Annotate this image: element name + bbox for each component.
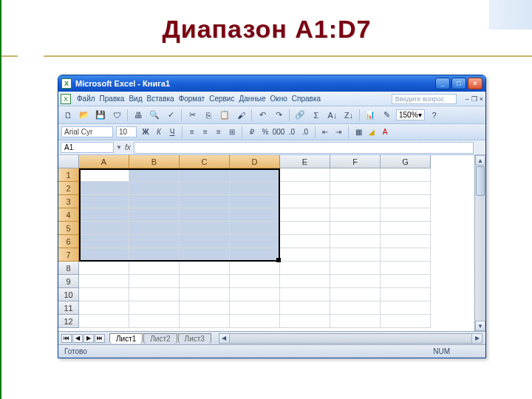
menu-tools[interactable]: Сервис xyxy=(209,95,234,103)
cell-E4[interactable] xyxy=(280,208,330,222)
menu-data[interactable]: Данные xyxy=(239,95,265,103)
menu-view[interactable]: Вид xyxy=(129,95,142,103)
row-header-1[interactable]: 1 xyxy=(58,168,79,182)
cell-E5[interactable] xyxy=(280,222,330,235)
cell-F8[interactable] xyxy=(330,262,381,275)
cell-E10[interactable] xyxy=(280,288,330,301)
cell-A8[interactable] xyxy=(79,262,129,275)
zoom-select[interactable]: 150% ▾ xyxy=(396,109,425,120)
formula-input[interactable] xyxy=(134,142,474,154)
col-header-A[interactable]: A xyxy=(79,155,129,168)
cell-B11[interactable] xyxy=(129,301,180,315)
sort-asc-icon[interactable]: A↓ xyxy=(326,109,339,122)
paste-icon[interactable]: 📋 xyxy=(218,109,231,122)
font-color-icon[interactable]: A xyxy=(379,126,391,138)
horizontal-scrollbar[interactable]: ◀ ▶ xyxy=(219,333,482,344)
drawing-icon[interactable]: ✎ xyxy=(380,109,393,122)
cell-D9[interactable] xyxy=(230,275,280,288)
col-header-B[interactable]: B xyxy=(129,155,180,168)
cell-G10[interactable] xyxy=(381,288,431,301)
cell-F4[interactable] xyxy=(330,208,381,222)
cell-F5[interactable] xyxy=(330,222,381,235)
scroll-down-icon[interactable]: ▼ xyxy=(475,321,485,331)
cell-A11[interactable] xyxy=(79,301,129,315)
cell-C7[interactable] xyxy=(180,248,230,262)
close-button[interactable]: × xyxy=(468,78,482,89)
cell-F6[interactable] xyxy=(330,235,381,248)
doc-close[interactable]: × xyxy=(480,95,483,103)
cell-A9[interactable] xyxy=(79,275,129,288)
tab-prev-icon[interactable]: ◀ xyxy=(72,334,83,343)
cell-E12[interactable] xyxy=(280,315,330,328)
cell-F7[interactable] xyxy=(330,248,381,262)
help-icon[interactable]: ? xyxy=(428,109,441,122)
cell-G12[interactable] xyxy=(381,315,431,328)
align-center-icon[interactable]: ≡ xyxy=(200,126,211,138)
cell-A7[interactable] xyxy=(79,248,129,262)
row-header-7[interactable]: 7 xyxy=(58,248,79,262)
percent-icon[interactable]: % xyxy=(259,126,271,138)
cell-C3[interactable] xyxy=(180,195,230,208)
spell-icon[interactable]: ✓ xyxy=(164,109,177,122)
cell-F9[interactable] xyxy=(330,275,381,288)
sheet-tab-2[interactable]: Лист2 xyxy=(143,333,177,344)
cell-G5[interactable] xyxy=(381,222,431,235)
cell-A2[interactable] xyxy=(79,182,129,195)
cell-B4[interactable] xyxy=(129,208,180,222)
preview-icon[interactable]: 🔍 xyxy=(148,109,161,122)
cell-A5[interactable] xyxy=(79,222,129,235)
cell-E9[interactable] xyxy=(280,275,330,288)
print-icon[interactable]: 🖶 xyxy=(132,109,145,122)
hyperlink-icon[interactable]: 🔗 xyxy=(293,109,307,122)
new-icon[interactable]: 🗋 xyxy=(61,109,75,122)
cell-A4[interactable] xyxy=(79,208,129,222)
tab-last-icon[interactable]: ⏭ xyxy=(95,334,105,343)
doc-minimize[interactable]: – xyxy=(466,95,469,103)
cell-G8[interactable] xyxy=(381,262,431,275)
cell-D8[interactable] xyxy=(230,262,280,275)
scroll-left-icon[interactable]: ◀ xyxy=(219,334,230,343)
align-left-icon[interactable]: ≡ xyxy=(186,126,198,138)
cell-D10[interactable] xyxy=(230,288,280,301)
cell-D4[interactable] xyxy=(230,208,280,222)
col-header-G[interactable]: G xyxy=(381,155,431,168)
row-header-11[interactable]: 11 xyxy=(58,301,79,315)
font-name-select[interactable]: Arial Cyr xyxy=(61,126,113,137)
cell-B9[interactable] xyxy=(129,275,180,288)
cell-B12[interactable] xyxy=(129,315,180,328)
cell-D12[interactable] xyxy=(230,315,280,328)
cell-G7[interactable] xyxy=(381,248,431,262)
menu-window[interactable]: Окно xyxy=(270,95,287,103)
cell-D6[interactable] xyxy=(230,235,280,248)
col-header-E[interactable]: E xyxy=(280,155,330,168)
cell-B7[interactable] xyxy=(129,248,180,262)
col-header-D[interactable]: D xyxy=(230,155,280,168)
cell-D2[interactable] xyxy=(230,182,280,195)
row-header-6[interactable]: 6 xyxy=(58,235,79,248)
cell-A6[interactable] xyxy=(79,235,129,248)
cell-C12[interactable] xyxy=(180,315,230,328)
sheet-tab-1[interactable]: Лист1 xyxy=(109,333,143,344)
row-header-5[interactable]: 5 xyxy=(58,222,79,235)
cell-C8[interactable] xyxy=(180,262,230,275)
row-header-3[interactable]: 3 xyxy=(58,195,79,208)
menu-format[interactable]: Формат xyxy=(179,95,205,103)
cell-F3[interactable] xyxy=(330,195,381,208)
cell-C5[interactable] xyxy=(180,222,230,235)
cell-B8[interactable] xyxy=(129,262,180,275)
name-box[interactable]: A1 xyxy=(61,142,114,153)
app-menu-icon[interactable]: X xyxy=(61,94,71,104)
cell-A3[interactable] xyxy=(79,195,129,208)
cell-E7[interactable] xyxy=(280,248,330,262)
cell-G9[interactable] xyxy=(381,275,431,288)
cell-G4[interactable] xyxy=(381,208,431,222)
cell-F10[interactable] xyxy=(330,288,381,301)
cell-C2[interactable] xyxy=(180,182,230,195)
borders-icon[interactable]: ▦ xyxy=(352,126,364,138)
menu-file[interactable]: Файл xyxy=(77,95,95,103)
cell-D3[interactable] xyxy=(230,195,280,208)
cell-D5[interactable] xyxy=(230,222,280,235)
cell-E2[interactable] xyxy=(280,182,330,195)
select-all-corner[interactable] xyxy=(58,155,79,168)
cell-E3[interactable] xyxy=(280,195,330,208)
